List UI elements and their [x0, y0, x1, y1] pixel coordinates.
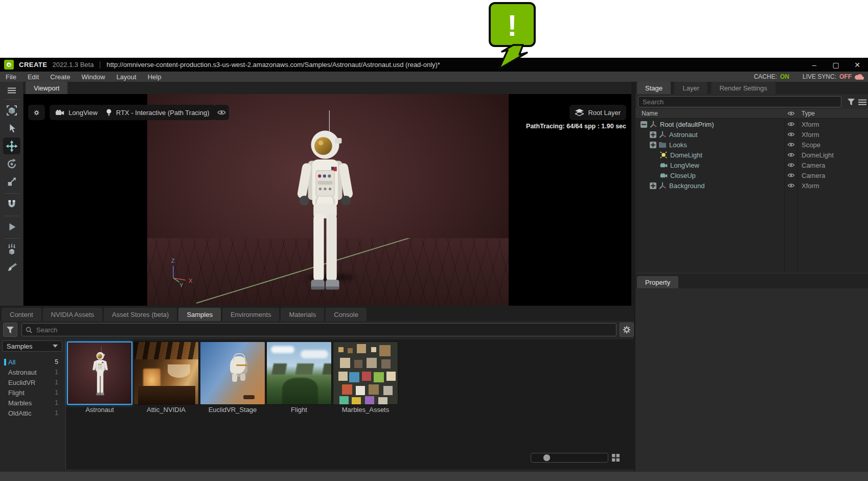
titlebar-divider [100, 61, 100, 68]
visibility-toggle[interactable] [785, 142, 796, 147]
select-tool[interactable] [3, 120, 20, 136]
tab-asset-stores[interactable]: Asset Stores (beta) [104, 308, 177, 321]
move-tool[interactable] [3, 138, 20, 154]
collapse-icon[interactable] [641, 121, 647, 128]
folder-icon [658, 141, 667, 148]
screen: ! CREATE 2022.1.3 Beta http://omniverse-… [0, 0, 868, 481]
tab-stage[interactable]: Stage [637, 82, 671, 94]
menu-create[interactable]: Create [44, 73, 76, 81]
asset-thumbnail [266, 341, 332, 405]
tab-nvidia-assets[interactable]: NVIDIA Assets [43, 308, 103, 321]
tree-row-longview[interactable]: LongView Camera [635, 160, 868, 170]
tab-render-settings[interactable]: Render Settings [711, 82, 775, 94]
stage-search-input[interactable] [638, 96, 841, 107]
materials-tab-label: Materials [289, 311, 316, 318]
filter-icon[interactable] [848, 99, 855, 105]
category-label: Astronaut [8, 369, 37, 376]
tab-layer[interactable]: Layer [674, 82, 707, 94]
visibility-toggle[interactable] [785, 152, 796, 157]
close-button[interactable]: ✕ [847, 58, 868, 72]
tab-environments[interactable]: Environments [222, 308, 279, 321]
visibility-toggle[interactable] [785, 173, 796, 178]
tab-property[interactable]: Property [637, 276, 678, 288]
menu-window[interactable]: Window [76, 73, 110, 81]
prim-name: Background [669, 182, 704, 190]
category-all[interactable]: All 5 [0, 357, 65, 367]
asset-grid: Astronaut Attic_NVIDIA [66, 339, 634, 469]
tab-materials[interactable]: Materials [281, 308, 324, 321]
camera-select-button[interactable]: LongView [50, 105, 103, 120]
tree-row-background[interactable]: Background Xform [635, 180, 868, 191]
root-layer-button[interactable]: Root Layer [569, 105, 626, 120]
stage-options-icon[interactable] [858, 99, 866, 105]
rotate-tool[interactable] [3, 155, 20, 172]
visibility-toggle[interactable] [785, 122, 796, 127]
category-count: 1 [55, 409, 58, 417]
category-euclidvr[interactable]: EuclidVR 1 [0, 377, 65, 387]
tab-viewport[interactable]: Viewport [26, 82, 67, 94]
tree-row-domelight[interactable]: DomeLight DomeLight [635, 150, 868, 160]
app-version: 2022.1.3 Beta [52, 61, 94, 68]
play-button[interactable] [3, 218, 20, 235]
grid-view-icon[interactable] [612, 454, 620, 462]
type-column-header[interactable]: Type [802, 110, 815, 117]
workspace: Viewport Z Y [0, 82, 868, 471]
tree-row-root[interactable]: Root (defaultPrim) Xform [635, 119, 868, 129]
tab-content[interactable]: Content [2, 308, 41, 321]
thumbnail-size-slider[interactable] [531, 453, 608, 463]
paint-tool[interactable] [3, 259, 20, 276]
browser-search-input[interactable] [21, 323, 616, 336]
viewport-canvas[interactable]: Z Y X LongView RTX - Interactive (Path T… [24, 94, 631, 306]
collection-dropdown[interactable]: Samples [2, 340, 62, 352]
category-marbles[interactable]: Marbles 1 [0, 398, 65, 408]
name-column-header[interactable]: Name [642, 110, 658, 117]
camera-icon [55, 109, 64, 116]
tree-row-astronaut[interactable]: Astronaut Xform [635, 129, 868, 140]
tree-row-closeup[interactable]: CloseUp Camera [635, 170, 868, 180]
visibility-toggle[interactable] [785, 132, 796, 137]
app-window: CREATE 2022.1.3 Beta http://omniverse-co… [0, 58, 868, 481]
visibility-button[interactable] [214, 105, 229, 120]
maximize-button[interactable]: ▢ [825, 58, 847, 72]
live-sync-cloud-icon[interactable] [855, 74, 864, 80]
physics-tool[interactable] [3, 241, 20, 258]
menu-help[interactable]: Help [142, 73, 167, 81]
filter-options-button[interactable] [3, 323, 17, 337]
expand-icon[interactable] [650, 131, 656, 138]
menu-file[interactable]: File [0, 73, 22, 81]
menu-layout[interactable]: Layout [111, 73, 142, 81]
visibility-toggle[interactable] [785, 163, 796, 168]
asset-label: EuclidVR_Stage [200, 406, 265, 414]
scale-tool[interactable] [3, 173, 20, 190]
visibility-toggle[interactable] [785, 183, 796, 188]
expand-icon[interactable] [650, 182, 656, 189]
alert-callout: ! [470, 0, 552, 72]
content-browser: Content NVIDIA Assets Asset Stores (beta… [0, 306, 634, 471]
prim-name: Root (defaultPrim) [660, 121, 714, 128]
tab-console[interactable]: Console [326, 308, 367, 321]
gear-icon [623, 326, 631, 334]
browser-settings-button[interactable] [620, 323, 634, 337]
prim-type: Xform [802, 131, 819, 139]
renderer-select-label: RTX - Interactive (Path Tracing) [116, 109, 210, 117]
menu-edit[interactable]: Edit [22, 73, 44, 81]
category-oldattic[interactable]: OldAttic 1 [0, 408, 65, 418]
renderer-select-button[interactable]: RTX - Interactive (Path Tracing) [100, 105, 215, 120]
category-flight[interactable]: Flight 1 [0, 387, 65, 398]
selection-mode-tool[interactable] [3, 102, 20, 119]
minimize-button[interactable]: – [804, 58, 825, 72]
snap-tool[interactable] [3, 196, 20, 213]
tab-samples[interactable]: Samples [178, 308, 221, 321]
gear-icon [34, 108, 39, 117]
slider-handle[interactable] [543, 454, 550, 461]
layers-icon [575, 109, 584, 117]
expand-icon[interactable] [650, 142, 656, 148]
category-astronaut[interactable]: Astronaut 1 [0, 367, 65, 377]
tree-row-looks[interactable]: Looks Scope [635, 140, 868, 150]
xform-icon [658, 182, 667, 189]
astronaut-model[interactable] [294, 110, 356, 306]
viewport-toolbar [0, 82, 24, 306]
main-menu-button[interactable] [3, 85, 20, 96]
viewport-settings-button[interactable] [28, 105, 45, 120]
xform-icon [649, 121, 657, 128]
